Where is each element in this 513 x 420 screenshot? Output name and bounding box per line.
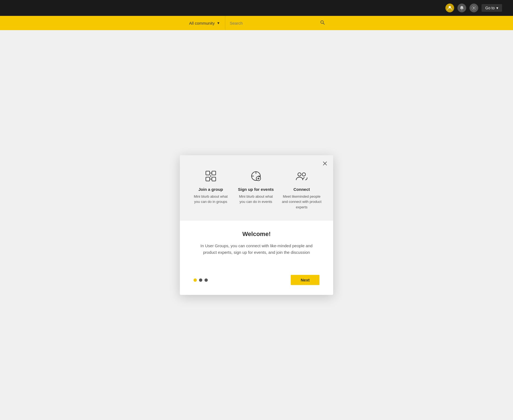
- next-button[interactable]: Next: [291, 275, 319, 285]
- dot-1: [194, 278, 197, 282]
- search-input-wrapper: [225, 20, 329, 26]
- modal-bottom: Welcome! In User Groups, you can connect…: [180, 221, 333, 267]
- avatar[interactable]: [445, 4, 454, 12]
- goto-chevron-icon: ▾: [496, 6, 498, 10]
- dot-2: [199, 278, 202, 282]
- search-input[interactable]: [230, 21, 317, 25]
- close-icon: [323, 161, 327, 166]
- goto-label: Go to: [485, 6, 495, 10]
- modal-overlay: Join a group Mini blurb about what you c…: [0, 30, 513, 420]
- feature-join-group: Join a group Mini blurb about what you c…: [191, 169, 230, 205]
- group-icon: [204, 169, 218, 183]
- features-row: Join a group Mini blurb about what you c…: [191, 169, 322, 210]
- feature-events-title: Sign up for events: [238, 187, 274, 192]
- modal-footer: Next: [180, 267, 333, 295]
- modal-top: Join a group Mini blurb about what you c…: [180, 155, 333, 221]
- community-chevron-icon: ▾: [217, 21, 220, 25]
- svg-rect-7: [206, 171, 210, 175]
- connect-icon: [295, 169, 309, 183]
- svg-rect-8: [212, 171, 216, 175]
- svg-line-4: [323, 23, 325, 24]
- feature-events: Sign up for events Mini blurb about what…: [236, 169, 276, 205]
- search-icon: [320, 20, 325, 25]
- goto-button[interactable]: Go to ▾: [482, 4, 502, 12]
- svg-point-2: [473, 7, 474, 9]
- pagination-dots: [194, 278, 208, 282]
- feature-connect: Connect Meet likeminded people and conne…: [281, 169, 322, 210]
- notification-icon[interactable]: [457, 4, 466, 12]
- svg-point-21: [298, 173, 301, 176]
- modal: Join a group Mini blurb about what you c…: [180, 155, 333, 295]
- modal-close-button[interactable]: [321, 160, 329, 167]
- feature-connect-title: Connect: [293, 187, 310, 192]
- feature-join-group-desc: Mini blurb about what you can do in grou…: [191, 194, 230, 205]
- modal-desc: In User Groups, you can connect with lik…: [196, 243, 317, 256]
- modal-title: Welcome!: [194, 231, 319, 238]
- feature-join-group-title: Join a group: [198, 187, 223, 192]
- search-bar: All community ▾: [0, 16, 513, 30]
- svg-point-1: [461, 9, 462, 10]
- community-label: All community: [189, 21, 215, 25]
- events-icon: [249, 169, 263, 183]
- svg-rect-9: [206, 177, 210, 181]
- feature-connect-desc: Meet likeminded people and connect with …: [281, 194, 322, 210]
- search-button[interactable]: [320, 20, 325, 26]
- dot-3: [204, 278, 208, 282]
- top-bar: Go to ▾: [0, 0, 513, 16]
- main-content: Join a group Mini blurb about what you c…: [0, 30, 513, 420]
- feature-events-desc: Mini blurb about what you can do in even…: [236, 194, 276, 205]
- svg-rect-10: [212, 177, 216, 181]
- settings-icon[interactable]: [469, 4, 478, 12]
- community-dropdown[interactable]: All community ▾: [184, 16, 225, 30]
- svg-point-22: [302, 173, 306, 176]
